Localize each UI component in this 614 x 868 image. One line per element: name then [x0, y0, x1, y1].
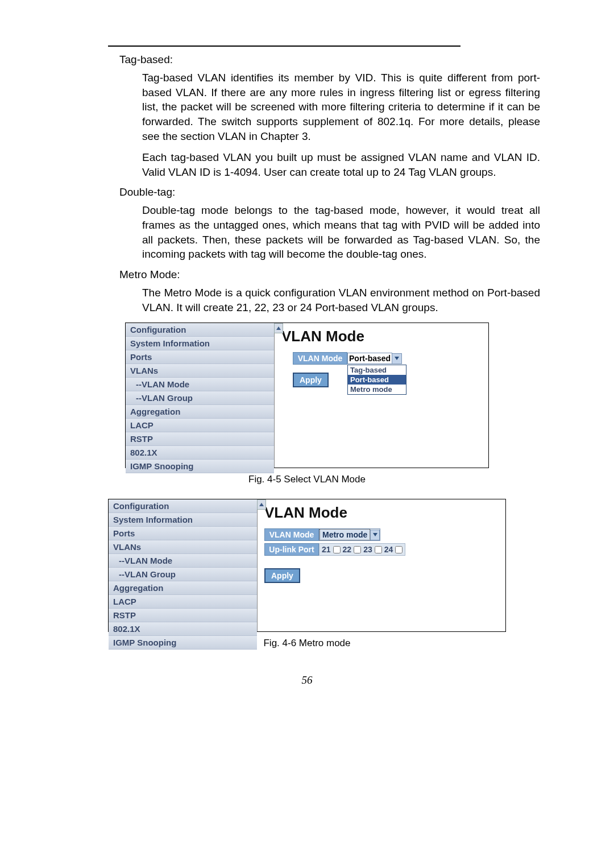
svg-marker-3	[373, 533, 377, 536]
nav-igmp-snooping[interactable]: IGMP Snooping	[126, 460, 274, 473]
figure-4-5: Configuration System Information Ports V…	[125, 323, 489, 468]
main-pane: VLAN Mode VLAN Mode Metro mode Up-link P…	[258, 499, 505, 631]
page-title: VLAN Mode	[264, 504, 499, 522]
svg-marker-2	[259, 503, 264, 506]
nav-system-information[interactable]: System Information	[126, 337, 274, 350]
uplink-port-options: 21 22 23 24	[319, 543, 405, 556]
nav-vlans[interactable]: VLANs	[109, 540, 257, 554]
svg-marker-1	[395, 357, 399, 360]
vlan-mode-row: VLAN Mode Metro mode	[264, 528, 499, 541]
main-pane: VLAN Mode VLAN Mode Port-based Tag-based…	[275, 323, 488, 468]
uplink-port-label: Up-link Port	[264, 543, 319, 556]
svg-marker-0	[276, 326, 281, 330]
figure-4-6: Configuration System Information Ports V…	[108, 499, 506, 632]
nav-rstp[interactable]: RSTP	[109, 609, 257, 622]
nav-lacp[interactable]: LACP	[126, 419, 274, 432]
apply-button[interactable]: Apply	[264, 568, 300, 583]
figure-caption-4-5: Fig. 4-5 Select VLAN Mode	[74, 474, 540, 485]
vlan-mode-label: VLAN Mode	[264, 528, 319, 541]
header-rule	[108, 46, 460, 47]
nav-aggregation[interactable]: Aggregation	[109, 581, 257, 595]
nav-ports[interactable]: Ports	[109, 527, 257, 540]
port-24-label: 24	[384, 545, 393, 554]
option-port-based[interactable]: Port-based	[348, 375, 406, 385]
nav-system-information[interactable]: System Information	[109, 513, 257, 527]
nav-vlan-group[interactable]: --VLAN Group	[109, 568, 257, 581]
nav-ports[interactable]: Ports	[126, 350, 274, 364]
apply-button[interactable]: Apply	[293, 373, 329, 387]
nav-sidebar: Configuration System Information Ports V…	[126, 323, 275, 468]
uplink-port-row: Up-link Port 21 22 23 24	[264, 543, 499, 556]
nav-vlans[interactable]: VLANs	[126, 364, 274, 378]
option-tag-based[interactable]: Tag-based	[348, 365, 406, 375]
port-21-label: 21	[322, 545, 331, 554]
paragraph: Tag-based VLAN identifies its member by …	[142, 71, 540, 143]
nav-aggregation[interactable]: Aggregation	[126, 405, 274, 419]
nav-vlan-group[interactable]: --VLAN Group	[126, 391, 274, 405]
port-22-checkbox[interactable]	[354, 546, 361, 553]
vlan-mode-selected: Metro mode	[320, 529, 370, 540]
nav-802-1x[interactable]: 802.1X	[109, 622, 257, 636]
paragraph: The Metro Mode is a quick configuration …	[142, 286, 540, 315]
nav-802-1x[interactable]: 802.1X	[126, 446, 274, 460]
vlan-mode-select[interactable]: Port-based Tag-based Port-based Metro mo…	[347, 353, 402, 364]
option-metro-mode[interactable]: Metro mode	[348, 385, 406, 394]
paragraph: Double-tag mode belongs to the tag-based…	[142, 203, 540, 262]
nav-vlan-mode[interactable]: --VLAN Mode	[109, 554, 257, 568]
vlan-mode-row: VLAN Mode Port-based Tag-based Port-base…	[293, 352, 482, 365]
body-text: Tag-based: Tag-based VLAN identifies its…	[119, 53, 540, 315]
nav-configuration[interactable]: Configuration	[109, 499, 257, 513]
chevron-down-icon[interactable]	[370, 530, 380, 540]
port-21-checkbox[interactable]	[333, 546, 341, 553]
nav-vlan-mode[interactable]: --VLAN Mode	[126, 378, 274, 391]
port-22-label: 22	[343, 545, 352, 554]
heading-tag-based: Tag-based:	[119, 53, 540, 66]
nav-sidebar: Configuration System Information Ports V…	[109, 499, 258, 631]
vlan-mode-label: VLAN Mode	[293, 352, 347, 365]
scroll-up-icon[interactable]	[257, 499, 266, 510]
page-number: 56	[74, 674, 540, 687]
nav-lacp[interactable]: LACP	[109, 595, 257, 609]
vlan-mode-dropdown: Tag-based Port-based Metro mode	[347, 365, 406, 395]
nav-rstp[interactable]: RSTP	[126, 432, 274, 446]
scroll-up-icon[interactable]	[274, 323, 283, 333]
nav-configuration[interactable]: Configuration	[126, 323, 274, 337]
paragraph: Each tag-based VLAN you built up must be…	[142, 150, 540, 179]
port-23-checkbox[interactable]	[375, 546, 382, 553]
chevron-down-icon[interactable]	[392, 353, 402, 364]
vlan-mode-selected: Port-based	[347, 353, 392, 364]
nav-igmp-snooping[interactable]: IGMP Snooping	[109, 636, 257, 650]
port-24-checkbox[interactable]	[395, 546, 403, 553]
heading-double-tag: Double-tag:	[119, 186, 540, 199]
page-title: VLAN Mode	[281, 328, 482, 345]
port-23-label: 23	[363, 545, 372, 554]
vlan-mode-select[interactable]: Metro mode	[319, 528, 380, 541]
heading-metro-mode: Metro Mode:	[119, 268, 540, 281]
document-page: Tag-based: Tag-based VLAN identifies its…	[0, 0, 614, 709]
